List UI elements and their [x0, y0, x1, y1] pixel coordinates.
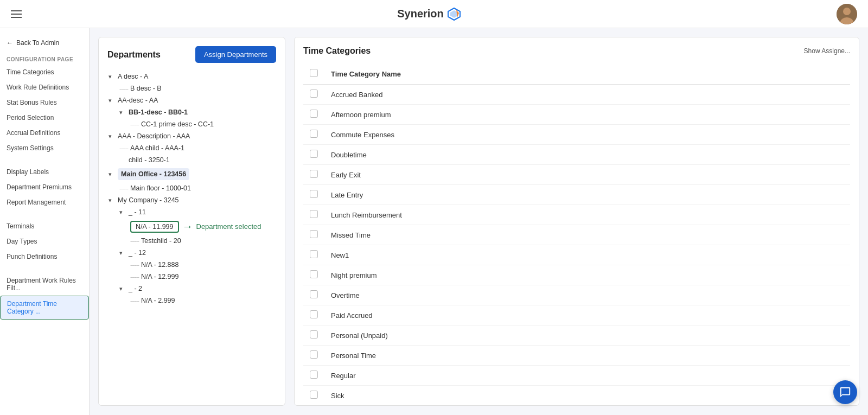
tree-item-label: _ - 12	[129, 249, 146, 257]
show-assigned-link[interactable]: Show Assigne...	[804, 47, 850, 55]
tree-item-a-desc-a[interactable]: ▾A desc - A	[107, 71, 276, 82]
tree-item-na-12999[interactable]: ------N/A - 12.999	[107, 271, 276, 283]
table-row: Paid Accrued	[303, 305, 850, 325]
table-row: Early Exit	[303, 165, 850, 185]
tree-dashes: ------	[119, 85, 128, 92]
tc-checkbox-cell	[303, 325, 324, 346]
table-row: Late Entry	[303, 185, 850, 205]
sidebar-item-day-types[interactable]: Day Types	[0, 234, 89, 249]
table-row: New1	[303, 245, 850, 265]
sidebar-item-punch-definitions[interactable]: Punch Definitions	[0, 249, 89, 264]
table-row: Personal (Unpaid)	[303, 325, 850, 346]
tc-item-name: Doubletime	[324, 145, 850, 165]
sidebar-item-display-labels[interactable]: Display Labels	[0, 164, 89, 180]
table-row: Sick	[303, 386, 850, 406]
back-arrow-icon: ←	[7, 39, 13, 47]
tc-item-checkbox[interactable]	[310, 230, 318, 238]
chat-button[interactable]	[833, 380, 857, 404]
sidebar-item-system-settings[interactable]: System Settings	[0, 141, 89, 156]
sidebar-item-department-premiums[interactable]: Department Premiums	[0, 180, 89, 195]
tc-item-name: Stat	[324, 406, 850, 406]
sidebar-item-period-selection[interactable]: Period Selection	[0, 110, 89, 125]
tc-item-checkbox[interactable]	[310, 250, 318, 258]
tree-item-aa-desc-aa[interactable]: ▾AA-desc - AA	[107, 94, 276, 106]
tree-item-child-3250[interactable]: child - 3250-1	[107, 154, 276, 166]
tree-item-main-office[interactable]: ▾Main Office - 123456	[107, 166, 276, 182]
tc-item-name: Early Exit	[324, 165, 850, 185]
svg-point-4	[843, 8, 851, 15]
table-row: Missed Time	[303, 225, 850, 245]
chevron-icon: ▾	[119, 209, 127, 216]
tc-item-name: Regular	[324, 366, 850, 386]
dept-selected-text: Department selected	[196, 222, 261, 231]
sidebar-item-dept-time-category[interactable]: Department Time Category ...	[0, 296, 89, 320]
chevron-icon: ▾	[119, 109, 127, 116]
tc-item-checkbox[interactable]	[310, 350, 318, 359]
time-categories-panel: Time Categories Show Assigne... Time Cat…	[294, 37, 859, 406]
tc-item-checkbox[interactable]	[310, 270, 318, 278]
chevron-icon: ▾	[108, 197, 116, 204]
tree-item-testchild-20[interactable]: ------Testchild - 20	[107, 235, 276, 247]
tree-item-label: My Company - 3245	[118, 196, 179, 204]
tree-item-label: AAA child - AAA-1	[130, 144, 184, 152]
tc-item-name: Commute Expenses	[324, 125, 850, 145]
tc-item-checkbox[interactable]	[310, 190, 318, 198]
tc-item-checkbox[interactable]	[310, 210, 318, 218]
tc-checkbox-cell	[303, 265, 324, 285]
tc-item-checkbox[interactable]	[310, 290, 318, 298]
sidebar-item-dept-work-rules[interactable]: Department Work Rules Filt...	[0, 273, 89, 296]
chevron-icon: ▾	[119, 250, 127, 257]
sidebar-item-stat-bonus-rules[interactable]: Stat Bonus Rules	[0, 95, 89, 110]
tc-item-checkbox[interactable]	[310, 150, 318, 158]
tc-item-checkbox[interactable]	[310, 391, 318, 399]
chevron-icon: ▾	[108, 171, 116, 178]
tc-item-checkbox[interactable]	[310, 170, 318, 178]
tc-item-name: Night premium	[324, 265, 850, 285]
sidebar-item-terminals[interactable]: Terminals	[0, 219, 89, 234]
tree-item-aaa-desc[interactable]: ▾AAA - Description - AAA	[107, 130, 276, 142]
back-to-admin-link[interactable]: ← Back To Admin	[0, 35, 89, 51]
tree-item-_-2[interactable]: ▾_ - 2	[107, 283, 276, 295]
tc-header-checkbox-cell	[303, 63, 324, 85]
tc-checkbox-cell	[303, 366, 324, 386]
table-row: Night premium	[303, 265, 850, 285]
logo-text: Synerion	[397, 8, 444, 20]
sidebar-item-report-management[interactable]: Report Management	[0, 195, 89, 210]
sidebar-item-time-categories[interactable]: Time Categories	[0, 65, 89, 80]
tc-checkbox-cell	[303, 185, 324, 205]
tree-item-my-company[interactable]: ▾My Company - 3245	[107, 194, 276, 206]
tc-checkbox-cell	[303, 165, 324, 185]
tc-item-checkbox[interactable]	[310, 371, 318, 379]
sidebar-item-accrual-definitions[interactable]: Accrual Definitions	[0, 125, 89, 141]
hamburger-menu[interactable]	[11, 10, 22, 18]
tree-item-_-12[interactable]: ▾_ - 12	[107, 247, 276, 259]
config-section-label: CONFIGURATION PAGE	[0, 51, 89, 65]
tree-item-_-11[interactable]: ▾_ - 11	[107, 206, 276, 218]
tree-dashes: ------	[119, 145, 128, 151]
departments-title: Departments	[107, 50, 161, 60]
tree-item-na-12888[interactable]: ------N/A - 12.888	[107, 259, 276, 271]
tree-item-main-floor[interactable]: ------Main floor - 1000-01	[107, 182, 276, 194]
assign-departments-button[interactable]: Assign Departments	[195, 46, 276, 63]
table-row: Lunch Reimbursement	[303, 205, 850, 225]
tc-item-checkbox[interactable]	[310, 90, 318, 98]
tree-dashes: ------	[130, 238, 139, 244]
table-row: Commute Expenses	[303, 125, 850, 145]
table-row: Doubletime	[303, 145, 850, 165]
tc-item-name: Afternoon premium	[324, 105, 850, 125]
tree-item-bb-1-desc[interactable]: ▾BB-1-desc - BB0-1	[107, 106, 276, 118]
tc-item-checkbox[interactable]	[310, 110, 318, 118]
tree-item-na-11999[interactable]: N/A - 11.999 → Department selected	[107, 218, 276, 235]
avatar[interactable]	[837, 4, 857, 24]
sidebar-item-work-rule-definitions[interactable]: Work Rule Definitions	[0, 80, 89, 95]
tc-item-checkbox[interactable]	[310, 310, 318, 318]
tc-select-all-checkbox[interactable]	[310, 69, 318, 77]
tree-item-na-2999[interactable]: ------N/A - 2.999	[107, 295, 276, 307]
table-row: Stat	[303, 406, 850, 406]
tc-item-checkbox[interactable]	[310, 130, 318, 138]
tree-item-cc-1-prime[interactable]: ------CC-1 prime desc - CC-1	[107, 118, 276, 130]
tree-item-aaa-child[interactable]: ------AAA child - AAA-1	[107, 142, 276, 154]
tree-item-b-desc-b[interactable]: ------B desc - B	[107, 82, 276, 94]
tc-item-name: Personal Time	[324, 346, 850, 366]
tc-item-checkbox[interactable]	[310, 330, 318, 339]
